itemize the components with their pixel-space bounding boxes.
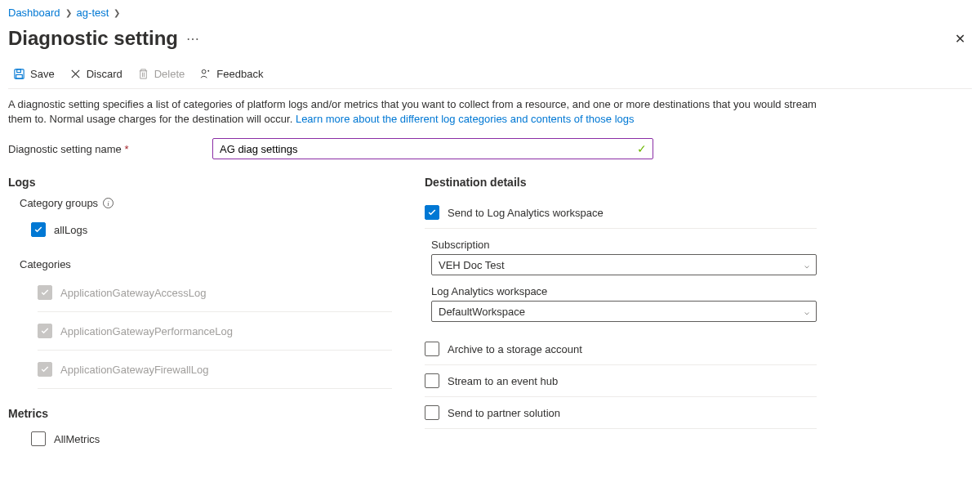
svg-point-4	[208, 70, 210, 72]
toolbar: Save Discard Delete Feedback	[8, 65, 972, 89]
feedback-button[interactable]: Feedback	[199, 68, 263, 80]
description-text: A diagnostic setting specifies a list of…	[8, 97, 817, 127]
discard-icon	[69, 68, 82, 80]
send-law-row: Send to Log Analytics workspace	[425, 197, 817, 229]
more-actions-icon[interactable]: ⋯	[186, 31, 201, 47]
delete-button: Delete	[137, 68, 185, 80]
send-law-label: Send to Log Analytics workspace	[448, 207, 604, 219]
stream-eventhub-checkbox[interactable]	[425, 373, 439, 388]
category-label-2: ApplicationGatewayFirewallLog	[60, 364, 208, 376]
category-checkbox-1	[38, 324, 52, 338]
svg-rect-2	[16, 74, 23, 78]
discard-label: Discard	[87, 68, 122, 80]
chevron-down-icon: ⌵	[804, 307, 809, 316]
category-groups-label: Category groups i	[20, 197, 392, 209]
partner-checkbox[interactable]	[425, 405, 439, 420]
feedback-label: Feedback	[216, 68, 263, 80]
subscription-select[interactable]: VEH Doc Test ⌵	[431, 254, 817, 275]
category-row-0: ApplicationGatewayAccessLog	[38, 274, 392, 312]
alllogs-row: allLogs	[31, 216, 392, 244]
breadcrumb-dashboard[interactable]: Dashboard	[8, 7, 60, 19]
subscription-value: VEH Doc Test	[439, 259, 505, 271]
alllogs-label: allLogs	[54, 224, 87, 236]
chevron-down-icon: ⌵	[804, 261, 809, 270]
archive-storage-label: Archive to a storage account	[448, 343, 582, 355]
breadcrumb: Dashboard ❯ ag-test ❯	[8, 7, 972, 19]
workspace-select[interactable]: DefaultWorkspace ⌵	[431, 301, 817, 322]
delete-icon	[137, 68, 149, 80]
svg-rect-1	[17, 69, 21, 73]
delete-label: Delete	[154, 68, 185, 80]
breadcrumb-agtest[interactable]: ag-test	[77, 7, 109, 19]
name-label: Diagnostic setting name *	[8, 143, 196, 155]
metrics-heading: Metrics	[8, 407, 392, 420]
required-asterisk: *	[124, 143, 128, 155]
category-row-2: ApplicationGatewayFirewallLog	[38, 351, 392, 389]
save-icon	[13, 68, 25, 80]
allmetrics-row: AllMetrics	[31, 425, 392, 453]
logs-heading: Logs	[8, 176, 392, 189]
archive-storage-row: Archive to a storage account	[425, 333, 817, 365]
save-button[interactable]: Save	[13, 68, 55, 80]
save-label: Save	[30, 68, 55, 80]
stream-eventhub-label: Stream to an event hub	[448, 375, 558, 387]
chevron-right-icon: ❯	[65, 8, 72, 17]
partner-row: Send to partner solution	[425, 397, 817, 429]
validation-check-icon: ✓	[637, 142, 647, 155]
partner-label: Send to partner solution	[448, 407, 560, 419]
allmetrics-label: AllMetrics	[54, 433, 100, 445]
name-row: Diagnostic setting name * ✓	[8, 138, 972, 159]
chevron-right-icon: ❯	[114, 8, 120, 17]
page-title: Diagnostic setting	[8, 27, 178, 50]
destination-heading: Destination details	[425, 176, 817, 189]
subscription-label: Subscription	[431, 239, 817, 251]
stream-eventhub-row: Stream to an event hub	[425, 365, 817, 397]
discard-button[interactable]: Discard	[69, 68, 122, 80]
info-icon[interactable]: i	[103, 198, 114, 208]
title-row: Diagnostic setting ⋯ ✕	[8, 27, 972, 50]
feedback-icon	[199, 68, 212, 80]
svg-point-3	[203, 69, 207, 74]
send-law-checkbox[interactable]	[425, 205, 439, 220]
close-icon[interactable]: ✕	[948, 28, 972, 50]
workspace-label: Log Analytics workspace	[431, 285, 817, 297]
category-label-0: ApplicationGatewayAccessLog	[60, 287, 207, 299]
diagnostic-name-input[interactable]	[212, 138, 653, 159]
learn-more-link[interactable]: Learn more about the different log categ…	[296, 113, 635, 125]
category-label-1: ApplicationGatewayPerformanceLog	[60, 325, 233, 337]
allmetrics-checkbox[interactable]	[31, 431, 46, 446]
category-checkbox-2	[38, 362, 52, 377]
categories-label: Categories	[20, 258, 392, 270]
workspace-value: DefaultWorkspace	[439, 306, 525, 318]
category-row-1: ApplicationGatewayPerformanceLog	[38, 312, 392, 351]
alllogs-checkbox[interactable]	[31, 222, 46, 237]
archive-storage-checkbox[interactable]	[425, 342, 439, 356]
category-checkbox-0	[38, 285, 52, 300]
